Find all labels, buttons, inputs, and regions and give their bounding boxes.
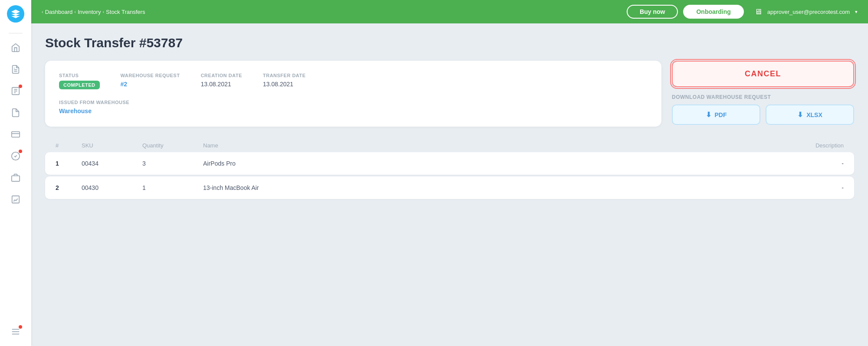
creation-date-field: CREATION DATE 13.08.2021 (201, 73, 242, 89)
transfer-date-field: TRANSFER DATE 13.08.2021 (263, 73, 306, 89)
download-buttons: ⬇ PDF ⬇ XLSX (672, 104, 854, 125)
breadcrumb-chevron-2: ‹ (74, 9, 76, 14)
col-header-num: # (56, 142, 82, 149)
status-field: STATUS COMPLETED (59, 73, 100, 89)
warehouse-request-label: WAREHOUSE REQUEST (121, 73, 180, 78)
table-body: 1 00434 3 AirPods Pro - 2 00430 1 13-inc… (45, 152, 854, 199)
warehouse-request-field: WAREHOUSE REQUEST #2 (121, 73, 180, 89)
sidebar-item-menu[interactable] (7, 323, 25, 341)
status-badge: COMPLETED (59, 81, 100, 89)
sidebar-item-inventory[interactable] (7, 169, 25, 187)
issued-from-label: ISSUED FROM WAREHOUSE (59, 100, 129, 105)
download-xlsx-icon: ⬇ (797, 111, 803, 119)
breadcrumb-chevron-3: ‹ (102, 9, 104, 14)
xlsx-label: XLSX (806, 111, 822, 118)
monitor-icon: 🖥 (754, 7, 762, 16)
row2-num: 2 (56, 184, 82, 191)
row2-quantity: 1 (142, 184, 203, 191)
sidebar-item-requests[interactable] (7, 82, 25, 100)
col-header-name: Name (203, 142, 757, 149)
pdf-label: PDF (715, 111, 727, 118)
sidebar-item-reports[interactable] (7, 190, 25, 209)
sidebar-item-orders[interactable] (7, 60, 25, 78)
table-container: # SKU Quantity Name Description 1 00434 … (45, 139, 854, 199)
topnav-buttons: Buy now Onboarding (627, 5, 744, 19)
info-row-top: STATUS COMPLETED WAREHOUSE REQUEST #2 CR… (59, 73, 648, 89)
breadcrumb-label-stock-transfers: Stock Transfers (106, 9, 145, 15)
info-card: STATUS COMPLETED WAREHOUSE REQUEST #2 CR… (45, 61, 661, 127)
col-header-desc: Description (757, 142, 844, 149)
download-pdf-icon: ⬇ (706, 111, 711, 119)
breadcrumb-label-dashboard: Dashboard (45, 9, 73, 15)
page-title: Stock Transfer #53787 (45, 36, 854, 50)
row2-sku: 00430 (82, 184, 142, 191)
breadcrumb-label-inventory: Inventory (78, 9, 101, 15)
row1-sku: 00434 (82, 160, 142, 167)
warehouse-request-value[interactable]: #2 (121, 81, 180, 88)
status-label: STATUS (59, 73, 100, 78)
table-header: # SKU Quantity Name Description (45, 139, 854, 152)
cancel-button[interactable]: CANCEL (672, 61, 854, 87)
download-pdf-button[interactable]: ⬇ PDF (672, 104, 760, 125)
download-section: DOWNLOAD WAREHOUSE REQUEST ⬇ PDF ⬇ XLSX (672, 94, 854, 125)
row1-name: AirPods Pro (203, 160, 757, 167)
sidebar-item-approvals[interactable] (7, 147, 25, 165)
download-xlsx-button[interactable]: ⬇ XLSX (766, 104, 854, 125)
content-area: STATUS COMPLETED WAREHOUSE REQUEST #2 CR… (45, 61, 854, 127)
user-email: approver_user@precorotest.com (767, 9, 850, 15)
row1-quantity: 3 (142, 160, 203, 167)
sidebar-item-home[interactable] (7, 39, 25, 57)
right-panel: CANCEL DOWNLOAD WAREHOUSE REQUEST ⬇ PDF … (672, 61, 854, 125)
row2-name: 13-inch MacBook Air (203, 184, 757, 191)
issued-from-field: ISSUED FROM WAREHOUSE Warehouse (59, 100, 129, 114)
onboarding-button[interactable]: Onboarding (683, 5, 743, 19)
transfer-date-value: 13.08.2021 (263, 81, 306, 88)
breadcrumb-chevron-1: ‹ (42, 9, 43, 14)
creation-date-value: 13.08.2021 (201, 81, 242, 88)
svg-rect-6 (12, 132, 20, 137)
sidebar-item-documents[interactable] (7, 104, 25, 122)
breadcrumb: ‹ Dashboard ‹ Inventory ‹ Stock Transfer… (42, 9, 627, 15)
main-content: ‹ Dashboard ‹ Inventory ‹ Stock Transfer… (31, 0, 868, 346)
sidebar-item-invoices[interactable] (7, 125, 25, 144)
topnav-right: 🖥 approver_user@precorotest.com ▾ (754, 7, 858, 16)
info-row-bottom: ISSUED FROM WAREHOUSE Warehouse (59, 100, 648, 114)
buy-now-button[interactable]: Buy now (627, 5, 678, 19)
col-header-sku: SKU (82, 142, 142, 149)
approvals-badge (19, 150, 22, 153)
row1-num: 1 (56, 160, 82, 167)
breadcrumb-inventory[interactable]: ‹ Inventory (74, 9, 101, 15)
sidebar (0, 0, 31, 346)
top-navigation: ‹ Dashboard ‹ Inventory ‹ Stock Transfer… (31, 0, 868, 23)
breadcrumb-stock-transfers[interactable]: ‹ Stock Transfers (102, 9, 145, 15)
table-row: 2 00430 1 13-inch MacBook Air - (45, 176, 854, 199)
issued-from-value[interactable]: Warehouse (59, 108, 129, 114)
svg-rect-9 (12, 176, 20, 181)
col-header-qty: Quantity (142, 142, 203, 149)
menu-badge (19, 325, 22, 329)
table-row: 1 00434 3 AirPods Pro - (45, 152, 854, 175)
transfer-date-label: TRANSFER DATE (263, 73, 306, 78)
page-content: Stock Transfer #53787 STATUS COMPLETED W… (31, 23, 868, 346)
row2-description: - (757, 184, 844, 191)
breadcrumb-dashboard[interactable]: ‹ Dashboard (42, 9, 72, 15)
row1-description: - (757, 160, 844, 167)
sidebar-divider (9, 33, 23, 33)
download-label: DOWNLOAD WAREHOUSE REQUEST (672, 94, 854, 100)
creation-date-label: CREATION DATE (201, 73, 242, 78)
app-logo[interactable] (7, 5, 24, 23)
svg-rect-10 (12, 196, 20, 203)
requests-badge (19, 85, 22, 88)
user-menu-chevron[interactable]: ▾ (855, 9, 858, 15)
